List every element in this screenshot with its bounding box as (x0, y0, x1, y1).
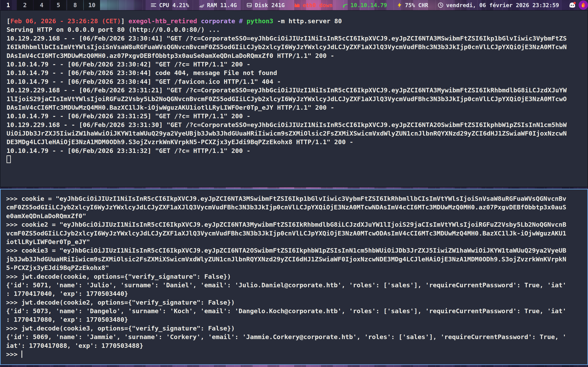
terminal-text-segment: ] (121, 17, 129, 25)
disk-icon (246, 2, 252, 8)
terminal-text-segment: UiOiJDb3JrZXJ5IiwiZW1haWwiOiJKYW1taWUuQ2… (7, 130, 567, 137)
battery-module: 75% CHR (397, 2, 428, 8)
terminal-text-segment: iotlLRyLIWFOer0Tp_eJY" (6, 238, 90, 245)
system-tray (566, 0, 588, 10)
python-repl-terminal-pane[interactable]: >>> cookie = "eyJhbGciOiJIUzI1NiIsInR5cC… (0, 189, 588, 365)
signal-icon (342, 2, 348, 8)
terminal-line: 10.10.14.79 - - [06/Feb/2026 23:30:42] "… (7, 60, 581, 68)
terminal-text-segment: >>> jwt.decode(cookie, options={"verify_… (6, 273, 231, 280)
discord-tray-icon[interactable] (568, 0, 577, 10)
terminal-line: DAsImV4cCI6MTc3MDUwMzQ0MH0.az07PxgvDEBfO… (7, 51, 581, 60)
terminal-text-segment: 5-PCXZjx3yEJdi9BqPZzEkohx8" (6, 264, 109, 271)
terminal-text-segment: >>> cookie2 = "eyJhbGciOiJIUzI1NiIsInR5c… (6, 221, 566, 228)
terminal-line: 10.10.14.79 - - [06/Feb/2026 23:31:32] "… (7, 146, 581, 155)
terminal-line: Serving HTTP on 0.0.0.0 port 80 (http://… (7, 25, 581, 34)
terminal-line: >>> cookie2 = "eyJhbGciOiJIUzI1NiIsInR5c… (6, 220, 582, 229)
terminal-text-segment (197, 17, 201, 25)
terminal-text-segment: {'id': 5071, 'name': 'Julio', 'surname':… (6, 281, 566, 289)
terminal-line: DE3MDg4LCJleHAiOjE3NzA1MDM0ODh9.S3ojZvzr… (7, 138, 581, 146)
terminal-line: 10.10.14.79 - - [06/Feb/2026 23:30:44] c… (7, 68, 581, 77)
terminal-line: : 1770417080, 'exp': 1770503480} (6, 315, 582, 324)
terminal-line: iat': 1770417088, 'exp': 1770503488} (6, 341, 582, 350)
terminal-text-segment: e0amXeQDnLaDoRQmxZf0" (6, 212, 86, 220)
terminal-text-segment: 10.129.229.168 - - [06/Feb/2026 23:31:30… (7, 121, 567, 128)
terminal-text-segment: {'id': 5069, 'name': 'Jammie', 'surname'… (6, 333, 566, 341)
terminal-text-segment: # (235, 17, 247, 25)
terminal-line: 10.10.14.79 - - [06/Feb/2026 23:31:25] "… (7, 112, 581, 120)
terminal-text-segment: iat': 1770417088, 'exp': 1770503488} (6, 342, 143, 349)
ram-label: RAM 11.4G (207, 2, 237, 8)
terminal-text-segment: 10.10.14.79 - - [06/Feb/2026 23:30:42] "… (7, 60, 250, 68)
terminal-text-segment: DAsImV4cCI6MTc3MDUwMzQ4MH0.BazXC1lJk-iOj… (7, 104, 334, 111)
terminal-text-segment: >>> jwt.decode(cookie3, options={"verify… (6, 325, 235, 332)
terminal-line: cmF0ZS5odGIiLCJyb2xlcyI6WyJzYWxlcyJdLCJy… (6, 203, 582, 211)
terminal-text-segment: cmF0ZS5odGIiLCJyb2xlcyI6WyJzYWxlcyJdLCJy… (6, 203, 566, 211)
terminal-text-segment: >>> jwt.decode(cookie2, options={"verify… (6, 299, 235, 306)
status-bar: 1245810 CPU 4.21% RAM 11.4G Disk 241G et… (0, 0, 588, 10)
terminal-text-segment: [ (7, 17, 10, 25)
terminal-text-segment: jb3Jwb3JhdGUuaHRiIiwicm9sZXMiOlsic2FsZXM… (6, 256, 566, 263)
terminal-line: DAsImV4cCI6MTc3MDUwMzQ4MH0.BazXC1lJk-iOj… (7, 103, 581, 112)
terminal-line (7, 155, 581, 164)
cpu-module: CPU 4.21% (150, 2, 189, 8)
workspace-switcher[interactable]: 1245810 (0, 0, 100, 10)
terminal-text-segment: 10.10.14.79 - - [06/Feb/2026 23:31:25] "… (7, 112, 250, 120)
workspace-button-5[interactable]: 5 (50, 0, 67, 10)
ram-icon (199, 2, 205, 8)
terminal-line: >>> cookie = "eyJhbGciOiJIUzI1NiIsInR5cC… (6, 194, 582, 203)
terminal-text-segment: : 1770417080, 'exp': 1770503480} (6, 316, 128, 323)
clock-module: vendredi, 06 février 2026 23:32:59 (438, 2, 559, 8)
terminal-text-segment: 1lIjoiS29jaCIsImVtYWlsIjoiRGFuZ2Vsby5Lb2… (7, 95, 567, 103)
clock-icon (438, 2, 444, 8)
terminal-text-segment: python3 (247, 17, 273, 25)
workspace-button-2[interactable]: 2 (17, 0, 33, 10)
terminal-text-segment: -m http.server 80 (273, 17, 342, 25)
terminal-line: 1lIjoiS29jaCIsImVtYWlsIjoiRGFuZ2Vsby5Lb2… (7, 95, 581, 103)
terminal-text-segment: : 1770417040, 'exp': 1770503440} (6, 290, 128, 297)
workspace-button-8[interactable]: 8 (67, 0, 83, 10)
workspace-button-1[interactable]: 1 (0, 0, 16, 10)
terminal-text-segment: 10.10.14.79 - - [06/Feb/2026 23:30:44] "… (7, 78, 281, 85)
workspace-button-10[interactable]: 10 (84, 0, 100, 10)
workspace-button-4[interactable]: 4 (34, 0, 50, 10)
terminal-line: jb3Jwb3JhdGUuaHRiIiwicm9sZXMiOlsic2FsZXM… (6, 255, 582, 263)
terminal-line: I6IkRhbmllbCIsImVtYWlsIjoiSnVsaW8uRGFuaW… (7, 43, 581, 51)
terminal-line: 5-PCXZjx3yEJdi9BqPZzEkohx8" (6, 263, 582, 272)
status-modules: CPU 4.21% RAM 11.4G Disk 241G eth0 down … (141, 2, 559, 8)
terminal-text-segment: >>> (6, 350, 21, 358)
datetime-label: vendredi, 06 février 2026 23:32:59 (446, 2, 559, 8)
cpu-icon (150, 2, 156, 8)
terminal-line: vcmF0ZS5odGIiLCJyb2xlcyI6WyJzYWxlcyJdLCJ… (6, 229, 582, 238)
terminal-line: e0amXeQDnLaDoRQmxZf0" (6, 212, 582, 220)
terminal-line: {'id': 5069, 'name': 'Jammie', 'surname'… (6, 333, 582, 341)
terminal-text-segment: vcmF0ZS5odGIiLCJyb2xlcyI6WyJzYWxlcyJdLCJ… (6, 230, 566, 237)
terminal-line: {'id': 5071, 'name': 'Julio', 'surname':… (6, 281, 582, 289)
terminal-line: 10.129.229.168 - - [06/Feb/2026 23:30:41… (7, 34, 581, 43)
disk-label: Disk 241G (255, 2, 285, 8)
terminal-line: 10.10.14.79 - - [06/Feb/2026 23:30:44] "… (7, 77, 581, 86)
text-cursor (21, 350, 22, 358)
terminal-text-segment: 10.10.14.79 - - [06/Feb/2026 23:31:32] "… (7, 147, 250, 154)
terminal-line: 10.129.229.168 - - [06/Feb/2026 23:31:21… (7, 86, 581, 94)
terminal-text-segment: I6IkRhbmllbCIsImVtYWlsIjoiSnVsaW8uRGFuaW… (7, 43, 567, 50)
terminal-line: iotlLRyLIWFOer0Tp_eJY" (6, 238, 582, 246)
http-server-terminal-pane[interactable]: [Feb 06, 2026 - 23:26:28 (CET)] exegol-h… (0, 10, 588, 187)
terminal-text-segment: >>> cookie = "eyJhbGciOiJIUzI1NiIsInR5cC… (6, 195, 566, 202)
terminal-text-segment: corporate (201, 17, 235, 25)
battery-bolt-icon (397, 2, 403, 8)
inactive-block-cursor (7, 155, 11, 163)
terminal-line: >>> (6, 350, 582, 359)
terminal-line: >>> cookie3 = "eyJhbGciOiJIUzI1NiIsInR5c… (6, 246, 582, 255)
battery-label: 75% CHR (405, 2, 428, 8)
flame-tray-icon[interactable] (579, 0, 588, 10)
terminal-line: [Feb 06, 2026 - 23:26:28 (CET)] exegol-h… (7, 17, 581, 25)
eth0-module: eth0 down (294, 2, 332, 8)
terminal-text-segment: DAsImV4cCI6MTc3MDUwMzQ0MH0.az07PxgvDEBfO… (7, 52, 334, 59)
vpn-ip-label: 10.10.14.79 (351, 2, 387, 8)
terminal-line: 10.129.229.168 - - [06/Feb/2026 23:31:30… (7, 120, 581, 129)
terminal-line: {'id': 5073, 'name': 'Dangelo', 'surname… (6, 307, 582, 315)
network-graph-icon (294, 2, 300, 8)
terminal-line: : 1770417040, 'exp': 1770503440} (6, 289, 582, 298)
cpu-label: CPU 4.21% (159, 2, 189, 8)
eth0-label: eth0 down (303, 2, 332, 8)
